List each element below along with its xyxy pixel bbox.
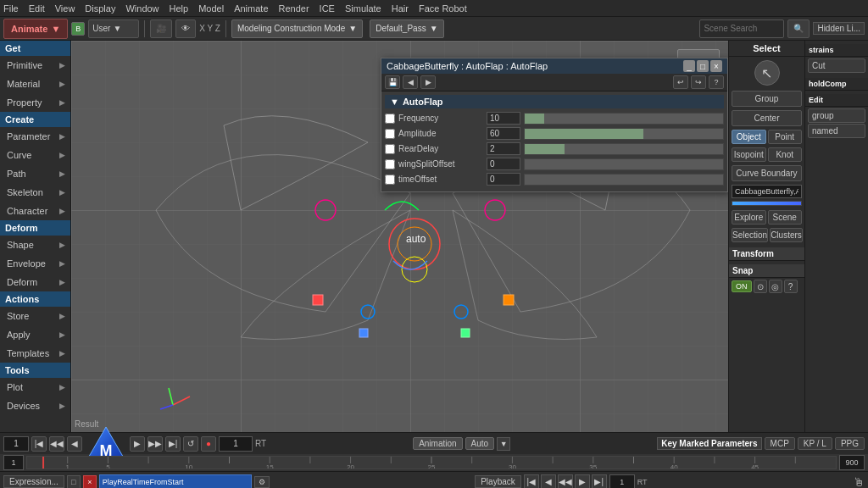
- sidebar-item-devices[interactable]: Devices▶: [0, 396, 70, 415]
- param-input-timeoffset[interactable]: [487, 173, 520, 186]
- menu-hair[interactable]: Hair: [392, 3, 409, 14]
- auto-dropdown[interactable]: Auto: [465, 437, 495, 450]
- step-back-btn[interactable]: ◀◀: [49, 436, 64, 452]
- sidebar-item-parameter[interactable]: Parameter▶: [0, 127, 70, 146]
- sidebar-section-deform[interactable]: Deform: [0, 220, 70, 236]
- selection-btn[interactable]: Selection: [732, 228, 768, 242]
- play-fwd-btn[interactable]: ▶: [130, 436, 145, 452]
- param-checkbox-timeoffset[interactable]: [385, 175, 395, 185]
- dialog-maximize-btn[interactable]: □: [697, 60, 709, 72]
- dialog-section-autoflap[interactable]: ▼ AutoFlap: [385, 95, 724, 108]
- sidebar-item-property[interactable]: Property▶: [0, 93, 70, 112]
- clusters-btn[interactable]: Clusters: [770, 228, 803, 242]
- menu-file[interactable]: File: [3, 3, 19, 14]
- view-dropdown[interactable]: User▼: [88, 19, 139, 38]
- goto-start-btn[interactable]: |◀: [31, 436, 47, 452]
- param-input-reardelay[interactable]: [487, 142, 520, 155]
- timeline-start-num[interactable]: [3, 455, 24, 470]
- group-btn[interactable]: Group: [732, 91, 802, 107]
- sidebar-section-create[interactable]: Create: [0, 112, 70, 127]
- param-checkbox-reardelay[interactable]: [385, 144, 395, 154]
- search-icon-btn[interactable]: 🔍: [787, 19, 810, 38]
- sidebar-item-material[interactable]: Material▶: [0, 75, 70, 93]
- sidebar-section-actions[interactable]: Actions: [0, 291, 70, 307]
- animation-dropdown[interactable]: Animation: [413, 437, 462, 450]
- menu-animate[interactable]: Animate: [234, 3, 268, 14]
- dialog-minimize-btn[interactable]: _: [683, 60, 695, 72]
- render-pass-dropdown[interactable]: Default_Pass▼: [370, 19, 443, 38]
- cut-btn[interactable]: Cut: [808, 58, 865, 73]
- kpl-btn[interactable]: KP / L: [798, 437, 832, 450]
- dialog-next-btn[interactable]: ▶: [420, 75, 436, 89]
- sidebar-item-primitive[interactable]: Primitive▶: [0, 56, 70, 75]
- timeline-end-num[interactable]: [839, 455, 865, 470]
- menu-simulate[interactable]: Simulate: [345, 3, 381, 14]
- viewport-3d[interactable]: auto FRONT Result CabbageButterfly : Aut…: [71, 41, 728, 432]
- named-btn[interactable]: named: [808, 124, 865, 138]
- snap-icon-1[interactable]: ⊙: [754, 280, 767, 293]
- menu-window[interactable]: Window: [125, 3, 159, 14]
- param-input-wingsplit[interactable]: [487, 158, 520, 170]
- timeline-ruler[interactable]: 1 5 10 15 20 25 30 35 40 45: [26, 456, 837, 469]
- snap-icon-2[interactable]: ◎: [769, 280, 782, 293]
- dialog-redo-btn[interactable]: ↪: [691, 75, 706, 89]
- scene-btn[interactable]: Scene: [768, 210, 803, 225]
- menu-ice[interactable]: ICE: [320, 3, 335, 14]
- sidebar-item-curve[interactable]: Curve▶: [0, 146, 70, 164]
- param-slider-amplitude[interactable]: [524, 128, 724, 140]
- dialog-close-btn[interactable]: ×: [710, 60, 722, 72]
- scene-search-input[interactable]: [699, 19, 784, 38]
- param-input-amplitude[interactable]: [487, 127, 520, 140]
- sidebar-section-tools[interactable]: Tools: [0, 363, 70, 378]
- model-name-input[interactable]: [732, 185, 802, 198]
- current-frame-input[interactable]: [219, 436, 253, 452]
- modeling-mode-dropdown[interactable]: Modeling Construction Mode▼: [231, 19, 363, 38]
- menu-edit[interactable]: Edit: [29, 3, 45, 14]
- camera-btn[interactable]: 🎥: [150, 19, 172, 38]
- param-input-frequency[interactable]: [487, 112, 520, 125]
- expr-close-btn[interactable]: ×: [83, 475, 97, 489]
- transport-btn-5[interactable]: ▶|: [592, 474, 607, 489]
- object-btn[interactable]: Object: [732, 130, 766, 144]
- mcp-btn[interactable]: MCP: [765, 437, 795, 450]
- current-time-bottom[interactable]: [609, 474, 635, 489]
- sidebar-item-skeleton[interactable]: Skeleton▶: [0, 183, 70, 202]
- snap-icon-3[interactable]: ?: [784, 280, 798, 293]
- menu-render[interactable]: Render: [279, 3, 309, 14]
- ppg-btn[interactable]: PPG: [835, 437, 865, 450]
- transport-btn-4[interactable]: ▶: [575, 474, 590, 489]
- step-fwd-btn[interactable]: ▶▶: [147, 436, 163, 452]
- param-checkbox-wingsplit[interactable]: [385, 159, 395, 169]
- sidebar-item-envelope[interactable]: Envelope▶: [0, 254, 70, 273]
- menu-display[interactable]: Display: [85, 3, 115, 14]
- start-frame-input[interactable]: [3, 436, 29, 452]
- param-checkbox-amplitude[interactable]: [385, 129, 395, 139]
- param-slider-frequency[interactable]: [524, 113, 724, 125]
- sidebar-item-character[interactable]: Character▶: [0, 202, 70, 220]
- playback-input[interactable]: [99, 474, 252, 489]
- param-checkbox-frequency[interactable]: [385, 114, 395, 124]
- dialog-save-btn[interactable]: 💾: [385, 75, 400, 89]
- menu-model[interactable]: Model: [198, 3, 224, 14]
- sidebar-item-templates[interactable]: Templates▶: [0, 344, 70, 363]
- explore-btn[interactable]: Explore: [732, 210, 766, 225]
- dialog-prev-btn[interactable]: ◀: [403, 75, 418, 89]
- curve-boundary-btn[interactable]: Curve Boundary: [732, 165, 802, 181]
- expression-btn[interactable]: Expression...: [3, 475, 64, 488]
- transport-btn-3[interactable]: ◀◀: [558, 474, 573, 489]
- sidebar-item-path[interactable]: Path▶: [0, 164, 70, 183]
- menu-help[interactable]: Help: [170, 3, 189, 14]
- playback-settings-btn[interactable]: ⚙: [254, 476, 270, 488]
- playback-label-btn[interactable]: Playback: [475, 475, 521, 488]
- loop-btn[interactable]: ↺: [183, 436, 198, 452]
- param-slider-wingsplit[interactable]: [524, 158, 724, 170]
- sidebar-item-plot[interactable]: Plot▶: [0, 378, 70, 396]
- group-edit-btn[interactable]: group: [808, 108, 865, 123]
- transport-btn-2[interactable]: ◀: [541, 474, 556, 489]
- menu-face-robot[interactable]: Face Robot: [419, 3, 467, 14]
- dialog-help-btn[interactable]: ?: [709, 75, 724, 89]
- snap-on-btn[interactable]: ON: [732, 280, 752, 292]
- sidebar-item-store[interactable]: Store▶: [0, 307, 70, 325]
- param-slider-timeoffset[interactable]: [524, 174, 724, 186]
- expr-icon-1[interactable]: □: [67, 475, 81, 489]
